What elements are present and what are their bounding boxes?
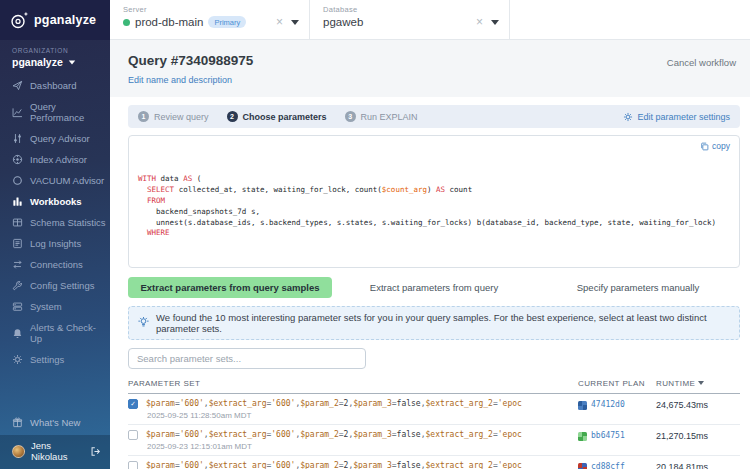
step-run-explain[interactable]: 3Run EXPLAIN (345, 111, 418, 122)
user-name: Jens Nikolaus (31, 440, 84, 462)
clear-database-icon[interactable]: × (476, 16, 483, 28)
sidebar-item-label: VACUUM Advisor (30, 175, 104, 186)
sidebar-item-system[interactable]: System (0, 296, 110, 317)
logout-icon[interactable] (90, 446, 101, 457)
step-label: Choose parameters (243, 112, 327, 122)
table-row: ✓$param = '600', $extract_arg = '600', $… (128, 394, 740, 425)
brand-logo[interactable]: pganalyze (0, 0, 110, 40)
database-selector[interactable]: Database pgaweb × (310, 0, 510, 39)
edit-parameter-settings-link[interactable]: Edit parameter settings (623, 112, 730, 122)
sidebar-item-label: Settings (30, 354, 64, 365)
tab-specify-parameters-manually[interactable]: Specify parameters manually (536, 277, 740, 298)
row-checkbox[interactable] (128, 430, 138, 440)
caret-down-icon[interactable] (291, 20, 299, 25)
sidebar-nav: DashboardQuery PerformanceQuery AdvisorI… (0, 75, 110, 370)
clear-server-icon[interactable]: × (276, 16, 283, 28)
sidebar-item-whats-new[interactable]: What's New (0, 412, 110, 435)
sidebar-item-index-advisor[interactable]: Index Advisor (0, 149, 110, 170)
sidebar-item-dashboard[interactable]: Dashboard (0, 75, 110, 96)
edit-name-link[interactable]: Edit name and description (128, 75, 232, 85)
paper-plane-icon (12, 80, 23, 91)
notice-banner: We found the 10 most interesting paramet… (128, 306, 740, 340)
sidebar-item-alerts-check-up[interactable]: Alerts & Check-Up (0, 317, 110, 349)
chart-icon (12, 107, 23, 118)
org-label: ORGANIZATION (12, 47, 110, 54)
sidebar-item-schema-statistics[interactable]: Schema Statistics (0, 212, 110, 233)
step-number-badge: 1 (138, 111, 149, 122)
brand-name: pganalyze (34, 13, 96, 27)
table-row: $param = '600', $extract_arg = '600', $p… (128, 425, 740, 456)
sidebar: ORGANIZATION pganalyze DashboardQuery Pe… (0, 40, 110, 469)
row-checkbox[interactable] (128, 461, 138, 469)
runtime-value: 20,184.81ms (656, 461, 740, 469)
server-selector[interactable]: Server prod-db-main Primary × (110, 0, 310, 39)
sidebar-item-label: Query Performance (30, 101, 106, 123)
tab-extract-parameters-from-query-samples[interactable]: Extract parameters from query samples (128, 277, 332, 298)
plan-link[interactable]: 47412d0 (591, 400, 625, 409)
row-timestamp: 2025-09-25 11:28:50am MDT (128, 411, 578, 420)
runtime-value: 21,270.15ms (656, 430, 740, 451)
plan-identicon (578, 432, 587, 441)
server-label: Server (123, 5, 299, 14)
columns-icon (12, 196, 23, 207)
page-header: Query #7340988975 Cancel workflow Edit n… (110, 40, 750, 97)
step-label: Review query (154, 112, 209, 122)
bulb-icon (138, 317, 149, 328)
col-parameter-set[interactable]: PARAMETER SET (128, 379, 578, 388)
step-number-badge: 3 (345, 111, 356, 122)
sidebar-item-label: Dashboard (30, 80, 76, 91)
search-input[interactable] (128, 348, 366, 369)
plan-identicon (578, 463, 587, 469)
wrench-icon (12, 280, 23, 291)
table-icon (12, 217, 23, 228)
database-value: pgaweb (323, 16, 363, 28)
table-body: ✓$param = '600', $extract_arg = '600', $… (128, 394, 740, 469)
parameter-table: PARAMETER SET CURRENT PLAN RUNTIME ✓$par… (128, 376, 740, 469)
sidebar-item-connections[interactable]: Connections (0, 254, 110, 275)
gear-icon (623, 112, 633, 122)
sidebar-item-query-performance[interactable]: Query Performance (0, 96, 110, 128)
gift-icon (12, 417, 23, 428)
bell-icon (12, 328, 23, 339)
sidebar-item-workbooks[interactable]: Workbooks (0, 191, 110, 212)
whats-new-label: What's New (30, 417, 80, 428)
circle-icon (12, 175, 23, 186)
database-label: Database (323, 5, 499, 14)
step-number-badge: 2 (227, 111, 238, 122)
page-title: Query #7340988975 (128, 53, 732, 68)
sidebar-item-label: Schema Statistics (30, 217, 106, 228)
col-current-plan[interactable]: CURRENT PLAN (578, 379, 656, 388)
col-runtime[interactable]: RUNTIME (656, 379, 740, 388)
caret-down-icon[interactable] (491, 20, 499, 25)
workflow-card: 1Review query2Choose parameters3Run EXPL… (110, 97, 750, 469)
org-switcher[interactable]: ORGANIZATION pganalyze (0, 40, 110, 75)
gear-icon (12, 354, 23, 365)
sidebar-item-label: Index Advisor (30, 154, 87, 165)
sidebar-item-label: Log Insights (30, 238, 81, 249)
parameter-tabs: Extract parameters from query samplesExt… (128, 277, 740, 298)
sidebar-item-vacuum-advisor[interactable]: VACUUM Advisor (0, 170, 110, 191)
row-checkbox[interactable]: ✓ (128, 399, 138, 409)
step-choose-parameters[interactable]: 2Choose parameters (227, 111, 327, 122)
sidebar-item-label: Query Advisor (30, 133, 90, 144)
sidebar-item-query-advisor[interactable]: Query Advisor (0, 128, 110, 149)
arrows-icon (12, 259, 23, 270)
cancel-workflow-link[interactable]: Cancel workflow (667, 57, 736, 68)
step-review-query[interactable]: 1Review query (138, 111, 209, 122)
sidebar-item-label: Connections (30, 259, 83, 270)
copy-button[interactable]: copy (696, 141, 730, 152)
plan-link[interactable]: cd88cff (591, 462, 625, 469)
sidebar-item-settings[interactable]: Settings (0, 349, 110, 370)
sidebar-item-config-settings[interactable]: Config Settings (0, 275, 110, 296)
index-icon (12, 154, 23, 165)
runtime-value: 24,675.43ms (656, 399, 740, 420)
sidebar-item-log-insights[interactable]: Log Insights (0, 233, 110, 254)
sidebar-item-label: System (30, 301, 62, 312)
step-label: Run EXPLAIN (361, 112, 418, 122)
table-row: $param = '600', $extract_arg = '600', $p… (128, 456, 740, 469)
user-menu[interactable]: Jens Nikolaus (0, 435, 110, 469)
tab-extract-parameters-from-query[interactable]: Extract parameters from query (332, 277, 536, 298)
server-value: prod-db-main (135, 16, 203, 28)
sort-desc-icon (698, 381, 704, 385)
plan-link[interactable]: bb64751 (591, 431, 625, 440)
